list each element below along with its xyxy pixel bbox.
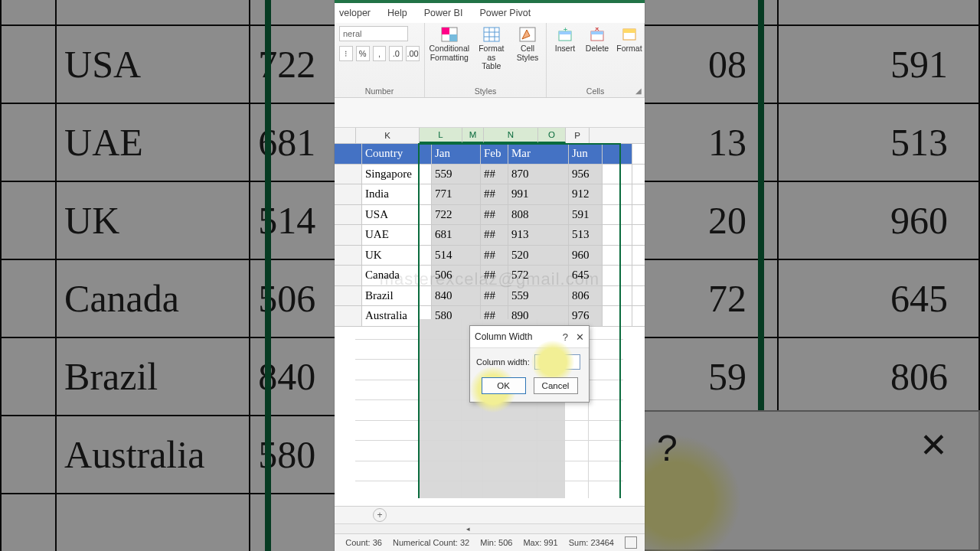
column-header-M[interactable]: M xyxy=(462,128,484,143)
cell[interactable]: Canada xyxy=(362,266,432,285)
dialog-help-icon[interactable]: ? xyxy=(563,331,568,343)
cell[interactable] xyxy=(603,286,632,306)
cancel-button[interactable]: Cancel xyxy=(534,377,578,394)
cell[interactable]: Brazil xyxy=(362,286,432,306)
cell[interactable]: ## xyxy=(481,165,508,184)
column-header-O[interactable]: O xyxy=(538,128,566,143)
view-normal-icon[interactable] xyxy=(625,536,637,549)
decrease-decimal-button-2[interactable]: .00 xyxy=(406,46,420,61)
bottom-bars: + ◂ Count: 36 Numerical Count: 32 Min: 5… xyxy=(335,506,645,551)
cell[interactable]: 913 xyxy=(508,225,569,245)
ribbon-group-label-styles: Styles xyxy=(430,86,541,96)
conditional-formatting-button[interactable]: Conditional Formatting xyxy=(430,26,469,62)
decrease-decimal-button[interactable]: ⁝ xyxy=(339,46,353,61)
format-as-table-button[interactable]: Format as Table xyxy=(474,26,509,71)
cell[interactable]: 956 xyxy=(569,165,603,184)
ok-button[interactable]: OK xyxy=(482,377,526,394)
table-row: USA722##808591 xyxy=(335,205,645,226)
cell[interactable]: Jan xyxy=(432,144,481,164)
worksheet-grid[interactable]: KLMNOP CountryJanFebMarJunSingapore559##… xyxy=(335,128,645,498)
cell[interactable]: ## xyxy=(481,184,508,204)
ribbon-tab-powerpivot[interactable]: Power Pivot xyxy=(479,8,531,18)
svg-text:✕: ✕ xyxy=(594,28,600,33)
cell[interactable]: 771 xyxy=(432,184,481,204)
cell[interactable] xyxy=(603,144,632,164)
cell[interactable]: 559 xyxy=(508,286,569,306)
cell[interactable]: 513 xyxy=(569,225,603,245)
background-zoom-left: India771USA722UAE681UK514Canada506Brazil… xyxy=(0,0,337,551)
cell[interactable]: 840 xyxy=(432,286,481,306)
cell[interactable]: 572 xyxy=(508,266,569,285)
svg-text:＋: ＋ xyxy=(562,28,569,33)
format-cells-button[interactable]: Format xyxy=(616,26,643,54)
table-row: India771##991912 xyxy=(335,184,645,205)
number-format-dropdown[interactable]: neral xyxy=(339,26,408,41)
cell[interactable] xyxy=(603,246,632,266)
ribbon-tab-powerbi[interactable]: Power BI xyxy=(424,8,463,18)
ribbon-tab-strip: veloper Help Power BI Power Pivot xyxy=(335,3,645,23)
cell[interactable]: 645 xyxy=(569,266,603,285)
percent-button[interactable]: % xyxy=(356,46,370,61)
cell[interactable]: 870 xyxy=(508,165,569,184)
cell[interactable]: Feb xyxy=(481,144,508,164)
cell[interactable]: 514 xyxy=(432,246,481,266)
cell[interactable]: 806 xyxy=(569,286,603,306)
cell[interactable]: ## xyxy=(481,286,508,306)
cell[interactable]: 681 xyxy=(432,225,481,245)
cell[interactable]: 722 xyxy=(432,205,481,225)
cell[interactable]: ## xyxy=(481,205,508,225)
cell[interactable]: Singapore xyxy=(362,165,432,184)
number-dialog-launcher-icon[interactable]: ◢ xyxy=(635,86,642,95)
cell[interactable] xyxy=(603,266,632,285)
cell[interactable]: ## xyxy=(481,266,508,285)
column-header-P[interactable]: P xyxy=(566,128,590,143)
insert-cells-button[interactable]: ＋ Insert xyxy=(551,26,579,54)
cell[interactable]: 991 xyxy=(508,184,569,204)
delete-icon: ✕ xyxy=(589,26,606,43)
sheet-tab-strip[interactable]: + xyxy=(335,506,645,523)
conditional-formatting-icon xyxy=(441,26,458,43)
ribbon-tab-developer[interactable]: veloper xyxy=(339,8,371,18)
cell[interactable]: India xyxy=(362,184,432,204)
column-width-dialog: Column Width ? ✕ Column width: OK Cancel xyxy=(469,325,590,403)
status-min: Min: 506 xyxy=(480,538,512,547)
cell[interactable]: ## xyxy=(481,225,508,245)
ribbon-group-label-number: Number xyxy=(339,86,420,96)
cell[interactable] xyxy=(603,205,632,225)
column-header-N[interactable]: N xyxy=(484,128,538,143)
column-header-K[interactable]: K xyxy=(356,128,420,143)
cell[interactable]: USA xyxy=(362,205,432,225)
cell[interactable]: ## xyxy=(481,246,508,266)
status-sum: Sum: 23464 xyxy=(569,538,614,547)
column-width-input[interactable] xyxy=(534,354,580,370)
cell[interactable]: UAE xyxy=(362,225,432,245)
cell[interactable] xyxy=(603,225,632,245)
cell[interactable]: 960 xyxy=(569,246,603,266)
cell[interactable]: Country xyxy=(362,144,432,164)
cell[interactable]: 591 xyxy=(569,205,603,225)
cell[interactable]: Mar xyxy=(508,144,569,164)
table-row: Canada506##572645 xyxy=(335,266,645,286)
cell-styles-button[interactable]: Cell Styles xyxy=(514,26,541,62)
ribbon-tab-help[interactable]: Help xyxy=(387,8,407,18)
horizontal-scrollbar[interactable]: ◂ xyxy=(335,523,645,533)
increase-decimal-button[interactable]: .0 xyxy=(389,46,403,61)
cell[interactable] xyxy=(603,184,632,204)
column-header-L[interactable]: L xyxy=(420,128,462,143)
cell[interactable]: Jun xyxy=(569,144,603,164)
column-header-row: KLMNOP xyxy=(335,128,645,144)
dialog-close-icon[interactable]: ✕ xyxy=(576,331,584,343)
cell[interactable]: 808 xyxy=(508,205,569,225)
header-row: CountryJanFebMarJun xyxy=(335,144,645,165)
format-as-table-icon xyxy=(483,26,500,43)
cell[interactable] xyxy=(603,165,632,184)
column-width-label: Column width: xyxy=(476,357,530,367)
comma-button[interactable]: , xyxy=(373,46,387,61)
cell[interactable]: 559 xyxy=(432,165,481,184)
cell[interactable]: 506 xyxy=(432,266,481,285)
delete-cells-button[interactable]: ✕ Delete xyxy=(583,26,611,54)
cell[interactable]: 520 xyxy=(508,246,569,266)
cell[interactable]: UK xyxy=(362,246,432,266)
cell[interactable]: 912 xyxy=(569,184,603,204)
new-sheet-button[interactable]: + xyxy=(373,508,387,522)
